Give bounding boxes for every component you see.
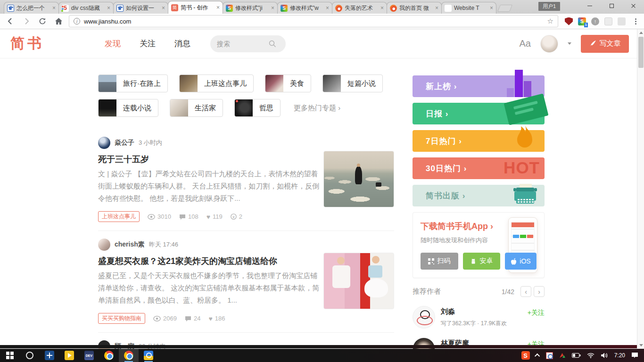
follow-button[interactable]: +关注 [528,309,545,317]
close-button[interactable] [622,0,644,11]
tab-6[interactable]: 修改样式"w × [277,2,332,14]
tray-arrows-icon[interactable] [559,353,566,358]
page-scrollbar[interactable] [637,29,644,349]
more-topics-link[interactable]: 更多热门专题 › [294,104,340,113]
back-button[interactable] [5,16,16,27]
tab-2[interactable]: div css隐藏 × [58,2,114,14]
taskbar-app-2[interactable] [59,349,79,362]
scrollbar-thumb[interactable] [638,37,644,68]
tray-expand-icon[interactable] [535,354,540,359]
upload-extension-icon[interactable]: ↑ [591,17,599,25]
qr-code-button[interactable]: 扫码 [421,253,458,270]
topic-philosophy[interactable]: 哲思 [234,99,281,117]
write-article-button[interactable]: 写文章 [581,35,629,53]
topic-travel[interactable]: 旅行·在路上 [98,74,168,92]
forward-button[interactable] [21,16,32,27]
collection-tag[interactable]: 上班这点事儿 [98,211,140,222]
tab-5[interactable]: 修改样式"ji × [223,2,278,14]
author-name[interactable]: cherish素 [115,240,145,249]
browser-menu-button[interactable] [632,18,639,25]
reload-button[interactable] [37,16,48,27]
tab-close-icon[interactable]: × [326,5,329,11]
author-avatar[interactable] [98,239,110,251]
page-info-icon[interactable]: i [74,18,80,25]
stylish-extension-icon[interactable]: S 1 [578,17,586,25]
maximize-button[interactable] [601,0,622,11]
home-button[interactable] [53,16,64,27]
collection-tag[interactable]: 买买买购物指南 [98,313,145,324]
search-input[interactable] [217,40,269,48]
taskbar-app-4-active[interactable] [139,349,158,362]
browser-profile-label[interactable]: 用户1 [538,2,560,11]
wifi-icon[interactable] [587,353,594,358]
author-name[interactable]: 刘淼 [441,307,507,316]
taskbar-chrome-2-active[interactable] [119,349,139,362]
volume-icon[interactable] [601,353,608,358]
tab-close-icon[interactable]: × [216,5,220,10]
topic-serial-novel[interactable]: 连载小说 [98,99,158,117]
author-line[interactable]: 焱公子 3 小时内 [98,137,394,149]
clock[interactable]: 7:20 [614,352,625,359]
nav-messages[interactable]: 消息 [174,38,190,49]
tab-close-icon[interactable]: × [107,5,110,11]
action-center-icon[interactable] [631,352,638,359]
start-button[interactable] [0,349,20,362]
tab-close-icon[interactable]: × [162,5,165,11]
ublock-extension-icon[interactable]: 3 [565,17,573,25]
banner-7day-hot[interactable]: 7日热门 › [413,130,545,152]
ios-button[interactable]: iOS [505,253,537,270]
tab-close-icon[interactable]: × [490,5,493,11]
taskbar-app-1[interactable] [40,349,59,362]
authors-prev-button[interactable]: ‹ [520,286,531,297]
author-avatar[interactable] [413,306,435,329]
article-title[interactable]: 死于三十五岁 [98,154,321,165]
taskbar-chrome-1[interactable] [99,349,119,362]
author-line[interactable]: cherish素 昨天 17:46 [98,239,394,251]
nav-discover[interactable]: 发现 [105,38,121,49]
tab-7[interactable]: 失落的艺术 × [332,2,387,14]
article-thumbnail[interactable] [323,151,394,207]
banner-30day-hot[interactable]: 30日热门 › HOT [413,157,545,179]
tab-3[interactable]: 如何设置一 × [113,2,168,14]
android-button[interactable]: 安卓 [463,253,501,270]
new-tab-button[interactable] [497,5,512,12]
tray-app-icon[interactable] [546,352,553,359]
user-avatar[interactable] [540,35,558,53]
author-avatar[interactable] [98,137,110,149]
article-title[interactable]: 盛夏想买衣服？这21家美炸天的淘宝店铺送给你 [98,255,321,267]
authors-next-button[interactable]: › [534,286,545,297]
topic-short-story[interactable]: 短篇小说 [322,74,383,92]
tab-8[interactable]: 我的首页 微 × [387,2,442,14]
search-box[interactable] [210,35,286,52]
banner-jianshu-press[interactable]: 简书出版 › [413,185,545,206]
banner-daily[interactable]: 日报 › [413,103,545,124]
url-text[interactable]: www.jianshu.com [84,18,131,25]
author-name[interactable]: 焱公子 [115,139,134,147]
extension-icon[interactable] [604,17,612,25]
tab-1[interactable]: 怎么把一个 × [4,2,59,14]
topic-food[interactable]: 美食 [265,74,311,92]
battery-icon[interactable] [572,353,581,358]
topic-lifestyle[interactable]: 生活家 [170,99,223,117]
tab-close-icon[interactable]: × [52,5,56,11]
article-thumbnail[interactable] [323,253,394,309]
chevron-down-icon[interactable] [568,42,571,45]
font-size-button[interactable]: Aa [520,38,531,49]
jianshu-logo[interactable]: 简书 [10,34,44,53]
nav-follow[interactable]: 关注 [140,38,156,49]
sogou-input-icon[interactable]: S [521,351,530,360]
taskbar-app-3[interactable]: DEV [79,349,99,362]
minimize-button[interactable] [579,0,601,11]
bookmark-star-icon[interactable]: ☆ [547,17,553,25]
cortana-button[interactable] [20,349,40,362]
tab-close-icon[interactable]: × [271,5,274,11]
topic-work[interactable]: 上班这点事儿 [179,74,254,92]
banner-new-ranking[interactable]: 新上榜 › [413,75,545,97]
scrollbar-up-arrow[interactable] [639,32,643,34]
tab-close-icon[interactable]: × [435,5,438,11]
tab-4-active-jianshu[interactable]: 简书 - 创作 × [168,1,223,14]
tab-9[interactable]: Website T × [441,2,496,14]
scrollbar-down-arrow[interactable] [639,344,643,346]
disabled-extension-icon[interactable] [618,17,626,25]
tab-close-icon[interactable]: × [380,5,384,11]
